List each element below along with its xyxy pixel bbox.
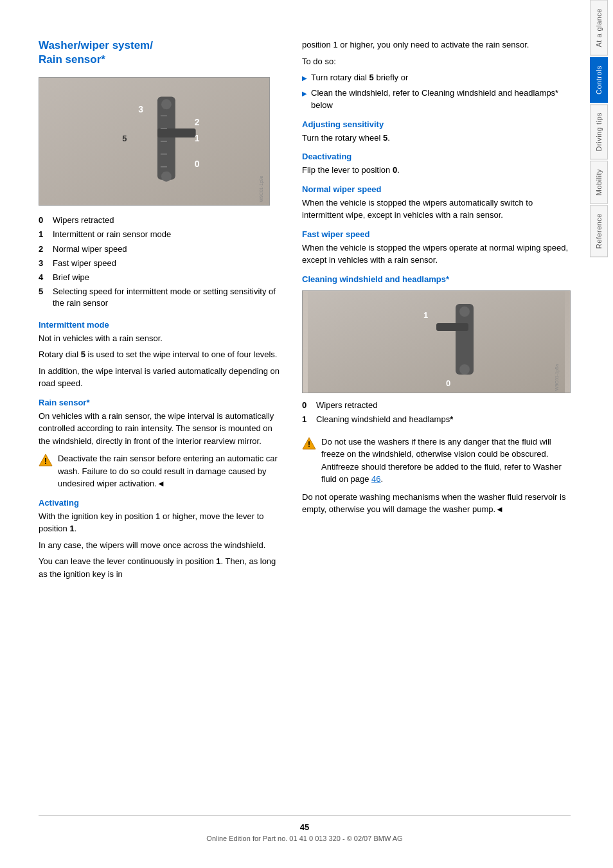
svg-text:!: ! <box>44 457 47 466</box>
wiper-stalk-image: 3 2 1 0 5 <box>39 77 270 206</box>
page-number: 45 <box>39 822 571 832</box>
cleaning-image: 0 1 W9C01-1p5a <box>302 290 571 393</box>
page-footer: 45 Online Edition for Part no. 01 41 0 0… <box>39 815 571 842</box>
svg-text:2: 2 <box>195 117 200 127</box>
section-heading-activating: Activating <box>39 498 283 508</box>
svg-point-9 <box>161 100 172 110</box>
svg-rect-20 <box>308 291 565 393</box>
warning-text: Deactivate the rain sensor before enteri… <box>58 452 283 490</box>
section-text: When the vehicle is stopped the wipers o… <box>302 242 571 267</box>
list-item: 1 Intermittent or rain sensor mode <box>39 229 283 240</box>
page-title: Washer/wiper system/ Rain sensor* <box>39 39 283 67</box>
section-heading-normal-wiper: Normal wiper speed <box>302 184 571 194</box>
list-item: 3 Fast wiper speed <box>39 258 283 269</box>
svg-text:!: ! <box>308 440 310 449</box>
list-item: 1 Cleaning windshield and headlamps* <box>302 414 571 425</box>
section-text: When the vehicle is stopped the wipers a… <box>302 197 571 222</box>
sidebar-tab-at-a-glance[interactable]: At a glance <box>590 0 608 56</box>
sidebar-tab-mobility[interactable]: Mobility <box>590 161 608 204</box>
todo-label: To do so: <box>302 55 571 68</box>
sidebar-tab-driving-tips[interactable]: Driving tips <box>590 104 608 159</box>
svg-text:1: 1 <box>423 310 428 320</box>
bullet-item: ▶ Turn rotary dial 5 briefly or <box>302 71 571 84</box>
section-text: Not in vehicles with a rain sensor. <box>39 332 283 345</box>
svg-text:1: 1 <box>195 133 200 143</box>
svg-rect-22 <box>436 323 468 331</box>
svg-point-10 <box>161 172 172 182</box>
svg-point-26 <box>459 364 470 375</box>
svg-text:W9C01-1p9e: W9C01-1p9e <box>259 176 264 202</box>
svg-text:3: 3 <box>138 104 143 114</box>
section-text-continuation: position 1 or higher, you only need to a… <box>302 39 571 51</box>
list-item: 0 Wipers retracted <box>39 215 283 226</box>
warning-box-cleaning: ! Do not use the washers if there is any… <box>302 436 571 486</box>
section-heading-deactivating: Deactivating <box>302 152 571 161</box>
section-text: In any case, the wipers will move once a… <box>39 539 283 552</box>
footer-text: Online Edition for Part no. 01 41 0 013 … <box>39 835 571 842</box>
section-heading-intermittent: Intermittent mode <box>39 320 283 330</box>
sidebar-tab-controls[interactable]: Controls <box>590 57 608 103</box>
list-item: 4 Brief wipe <box>39 272 283 283</box>
section-text-closing: Do not operate washing mechanisms when t… <box>302 491 571 516</box>
list-item: 0 Wipers retracted <box>302 400 571 411</box>
cleaning-item-list: 0 Wipers retracted 1 Cleaning windshield… <box>302 400 571 425</box>
svg-rect-1 <box>39 78 269 206</box>
svg-text:0: 0 <box>195 159 200 169</box>
section-text: Flip the lever to position 0. <box>302 164 571 177</box>
warning-box: ! Deactivate the rain sensor before ente… <box>39 452 283 490</box>
section-text: You can leave the lever continuously in … <box>39 555 283 580</box>
svg-text:W9C01-1p5a: W9C01-1p5a <box>555 364 560 390</box>
svg-rect-3 <box>157 128 196 137</box>
section-text: With the ignition key in position 1 or h… <box>39 510 283 535</box>
svg-text:5: 5 <box>122 134 127 143</box>
section-heading-cleaning: Cleaning windshield and headlamps* <box>302 274 571 284</box>
section-text: Turn the rotary wheel 5. <box>302 132 571 145</box>
section-heading-fast-wiper: Fast wiper speed <box>302 229 571 239</box>
right-sidebar: At a glance Controls Driving tips Mobili… <box>590 0 613 868</box>
section-text: Rotary dial 5 is used to set the wipe in… <box>39 348 283 361</box>
section-text: On vehicles with a rain sensor, the wipe… <box>39 410 283 448</box>
bullet-arrow-icon: ▶ <box>302 73 307 84</box>
section-text: In addition, the wipe interval is varied… <box>39 365 283 390</box>
svg-text:0: 0 <box>446 378 450 388</box>
cleaning-warning-text: Do not use the washers if there is any d… <box>321 436 571 486</box>
svg-point-25 <box>459 306 470 317</box>
item-list: 0 Wipers retracted 1 Intermittent or rai… <box>39 215 283 309</box>
list-item: 2 Normal wiper speed <box>39 244 283 255</box>
section-heading-adjusting: Adjusting sensitivity <box>302 120 571 129</box>
bullet-item: ▶ Clean the windshield, refer to Cleanin… <box>302 87 571 112</box>
list-item: 5 Selecting speed for intermittent mode … <box>39 286 283 309</box>
sidebar-tab-reference[interactable]: Reference <box>590 205 608 257</box>
section-heading-rain-sensor: Rain sensor* <box>39 398 283 407</box>
bullet-arrow-icon: ▶ <box>302 89 307 112</box>
